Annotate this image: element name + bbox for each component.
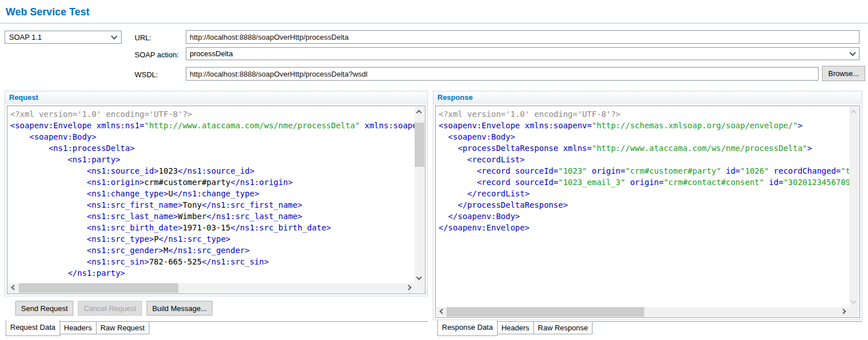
request-tabbar: Request DataHeadersRaw Request	[6, 320, 428, 336]
soap-action-label: SOAP action:	[135, 51, 179, 59]
tab-raw-request[interactable]: Raw Request	[96, 321, 149, 334]
tab-response-data[interactable]: Response Data	[437, 320, 498, 336]
xml-line: </ns1:party>	[10, 267, 415, 279]
soap-action-input[interactable]	[186, 47, 859, 60]
request-vertical-scrollbar[interactable]	[415, 107, 424, 283]
url-input[interactable]	[186, 30, 859, 44]
xml-line: <ns1:origin>crm#customer#party</ns1:orig…	[10, 177, 415, 188]
scroll-down-icon[interactable]	[416, 275, 422, 280]
response-vertical-scrollbar[interactable]	[849, 107, 859, 307]
xml-line: </processDeltaResponse>	[439, 199, 849, 211]
xml-line: <ns1:source_id>1023</ns1:source_id>	[10, 165, 415, 177]
xml-line: <processDeltaResponse xmlns="http://www.…	[439, 142, 849, 154]
scroll-left-icon[interactable]	[440, 309, 445, 314]
chevron-down-icon	[111, 33, 117, 39]
xml-line: </soapenv:Body>	[439, 211, 849, 222]
xml-line: <record sourceId="1023" origin="crm#cust…	[439, 165, 849, 177]
send-request-button[interactable]: Send Request	[15, 301, 73, 316]
tab-filler	[592, 321, 862, 322]
cancel-request-button: Cancel Request	[78, 301, 142, 316]
response-panel-header: Response	[433, 91, 862, 104]
horizontal-scroll-thumb[interactable]	[446, 307, 644, 317]
page-title: Web Service Test	[6, 6, 89, 18]
xml-line: <recordList>	[439, 154, 849, 165]
title-separator	[0, 23, 868, 24]
scroll-right-icon[interactable]	[406, 285, 412, 291]
wsdl-input[interactable]	[186, 67, 819, 81]
build-message-button[interactable]: Build Message...	[147, 301, 212, 316]
web-service-test-page: Web Service Test SOAP 1.1 URL: SOAP acti…	[0, 0, 868, 340]
xml-line: <ns1:src_sin>782-665-525</ns1:src_sin>	[10, 256, 415, 267]
xml-line: <?xml version='1.0' encoding='UTF-8'?>	[10, 108, 415, 120]
xml-line: <soapenv:Body>	[439, 131, 849, 142]
response-horizontal-scrollbar[interactable]	[436, 307, 849, 317]
scrollbar-corner	[849, 307, 859, 317]
tab-request-data[interactable]: Request Data	[6, 320, 60, 336]
soap-action-combobox[interactable]	[186, 47, 859, 60]
wsdl-label: WSDL:	[135, 70, 158, 79]
xml-line: <ns1:party>	[10, 154, 415, 165]
xml-line: <record sourceId="1023_email_3" origin="…	[439, 177, 849, 188]
xml-line: <soapenv:Envelope xmlns:soapenv="http://…	[439, 120, 849, 131]
response-xml-code[interactable]: <?xml version='1.0' encoding='UTF-8'?><s…	[436, 107, 849, 307]
xml-line: </soapenv:Envelope>	[439, 222, 849, 233]
xml-line: <ns1:src_birth_date>1971-03-15</ns1:src_…	[10, 222, 415, 233]
url-label: URL:	[135, 33, 152, 42]
tab-filler	[149, 321, 428, 322]
request-buttons: Send Request Cancel Request Build Messag…	[15, 301, 212, 316]
tab-headers[interactable]: Headers	[60, 321, 97, 334]
request-xml-editor[interactable]: <?xml version='1.0' encoding='UTF-8'?><s…	[7, 106, 425, 294]
scroll-down-icon[interactable]	[851, 299, 857, 304]
xml-line: <soapenv:Envelope xmlns:ns1="http://www.…	[10, 120, 415, 131]
request-panel-header: Request	[5, 91, 427, 104]
soap-version-select[interactable]: SOAP 1.1	[5, 31, 122, 44]
tab-raw-response[interactable]: Raw Response	[533, 321, 592, 334]
soap-version-value: SOAP 1.1	[9, 33, 42, 41]
xml-line: <ns1:processDelta>	[10, 142, 415, 154]
response-panel: Response <?xml version='1.0' encoding='U…	[433, 91, 862, 320]
response-tabbar: Response DataHeadersRaw Response	[437, 320, 862, 336]
request-horizontal-scrollbar[interactable]	[8, 283, 415, 293]
request-xml-code[interactable]: <?xml version='1.0' encoding='UTF-8'?><s…	[8, 107, 415, 283]
xml-line: <ns1:src_type>P</ns1:src_type>	[10, 233, 415, 245]
xml-line: <soapenv:Body>	[10, 131, 415, 142]
browse-button[interactable]: Browse...	[822, 66, 865, 81]
scroll-up-icon[interactable]	[416, 110, 422, 116]
xml-line: <?xml version='1.0' encoding='UTF-8'?>	[439, 108, 849, 120]
xml-line: <ns1:src_last_name>Wimber</ns1:src_last_…	[10, 211, 415, 222]
xml-line: </recordList>	[439, 188, 849, 199]
request-panel: Request <?xml version='1.0' encoding='UT…	[5, 91, 428, 296]
vertical-scroll-thumb[interactable]	[415, 123, 424, 167]
xml-line: <ns1:src_first_name>Tony</ns1:src_first_…	[10, 199, 415, 211]
response-xml-editor[interactable]: <?xml version='1.0' encoding='UTF-8'?><s…	[435, 106, 860, 318]
xml-line: <ns1:src_gender>M</ns1:src_gender>	[10, 245, 415, 256]
horizontal-scroll-thumb[interactable]	[19, 283, 178, 293]
scroll-right-icon[interactable]	[841, 309, 846, 314]
scrollbar-corner	[415, 283, 424, 293]
tab-headers[interactable]: Headers	[497, 321, 534, 334]
xml-line: <ns1:change_type>U</ns1:change_type>	[10, 188, 415, 199]
scroll-up-icon[interactable]	[851, 110, 857, 116]
scroll-left-icon[interactable]	[11, 285, 17, 291]
